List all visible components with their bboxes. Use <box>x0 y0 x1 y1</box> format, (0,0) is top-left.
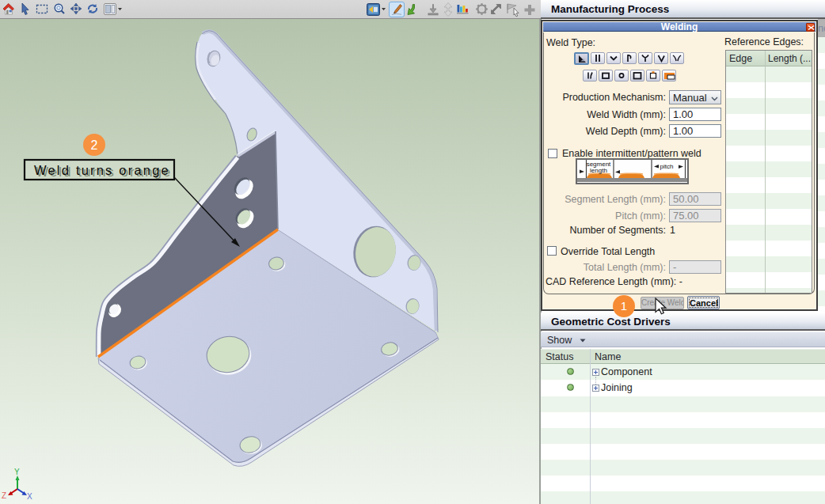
svg-text:length: length <box>590 167 607 174</box>
svg-text:X: X <box>27 492 32 501</box>
svg-text:Weld turns orange: Weld turns orange <box>34 163 170 177</box>
svg-text:Y: Y <box>14 468 20 476</box>
svg-text:pitch: pitch <box>660 163 674 170</box>
svg-text:2: 2 <box>91 138 98 152</box>
svg-text:Z: Z <box>2 491 6 500</box>
